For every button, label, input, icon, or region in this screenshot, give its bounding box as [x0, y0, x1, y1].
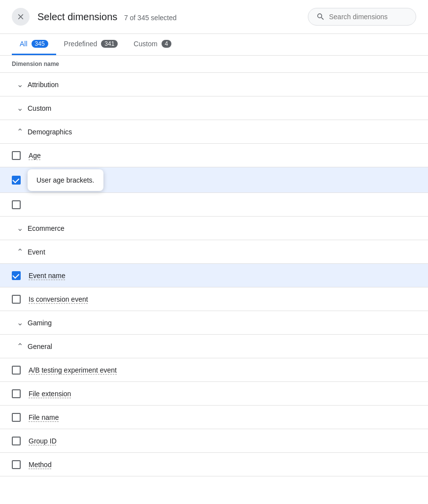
dialog-title: Select dimensions 7 of 345 selected	[37, 11, 300, 23]
category-ecommerce-label: Ecommerce	[28, 224, 65, 232]
checkbox-is-conversion-event[interactable]	[12, 295, 21, 304]
dialog-header: Select dimensions 7 of 345 selected	[0, 0, 428, 34]
checkbox-method[interactable]	[12, 460, 21, 469]
title-text: Select dimensions	[37, 11, 117, 22]
item-method[interactable]: Method	[0, 453, 428, 476]
tab-custom[interactable]: Custom 4	[126, 34, 179, 55]
checkbox-file-name[interactable]	[12, 413, 21, 422]
checkbox-demographics-3[interactable]	[12, 200, 21, 209]
chevron-down-icon: ⌄	[12, 100, 28, 116]
item-group-id[interactable]: Group ID	[0, 429, 428, 453]
item-age[interactable]: Age	[0, 144, 428, 167]
item-age-label: Age	[29, 152, 416, 159]
selected-count: 7 of 345 selected	[124, 14, 177, 22]
dimensions-list: ⌄ Attribution ⌄ Custom ⌃ Demographics Ag…	[0, 73, 428, 476]
tabs-bar: All 345 Predefined 341 Custom 4	[0, 34, 428, 56]
tab-all[interactable]: All 345	[12, 34, 56, 55]
item-file-name-label: File name	[29, 413, 416, 421]
category-gaming[interactable]: ⌄ Gaming	[0, 311, 428, 335]
tooltip-popup: User age brackets.	[28, 169, 103, 191]
category-ecommerce[interactable]: ⌄ Ecommerce	[0, 217, 428, 240]
tab-predefined-badge: 341	[101, 40, 118, 48]
column-header: Dimension name	[0, 56, 428, 73]
tab-custom-badge: 4	[162, 40, 172, 48]
item-is-conversion-event[interactable]: Is conversion event	[0, 287, 428, 311]
item-age-brackets[interactable]: User age brackets.	[0, 167, 428, 193]
item-ab-testing-label: A/B testing experiment event	[29, 366, 416, 374]
item-event-name[interactable]: Event name	[0, 264, 428, 287]
item-group-id-label: Group ID	[29, 437, 416, 445]
category-custom-label: Custom	[28, 104, 51, 112]
checkbox-ab-testing[interactable]	[12, 366, 21, 375]
close-icon	[16, 12, 25, 21]
category-gaming-label: Gaming	[28, 319, 52, 327]
search-container	[308, 8, 416, 26]
item-ab-testing[interactable]: A/B testing experiment event	[0, 358, 428, 382]
category-general-label: General	[28, 343, 52, 350]
tab-custom-label: Custom	[133, 40, 157, 48]
category-attribution-label: Attribution	[28, 81, 59, 89]
chevron-down-icon: ⌄	[12, 77, 28, 93]
chevron-down-icon: ⌄	[12, 315, 28, 331]
item-method-label: Method	[29, 461, 416, 469]
tab-all-badge: 345	[32, 40, 48, 48]
column-header-label: Dimension name	[12, 61, 59, 67]
category-event[interactable]: ⌃ Event	[0, 240, 428, 264]
checkbox-age[interactable]	[12, 151, 21, 160]
category-custom[interactable]: ⌄ Custom	[0, 96, 428, 120]
category-general[interactable]: ⌃ General	[0, 335, 428, 358]
close-button[interactable]	[12, 8, 30, 26]
item-file-name[interactable]: File name	[0, 406, 428, 429]
category-attribution[interactable]: ⌄ Attribution	[0, 73, 428, 96]
checkbox-age-brackets[interactable]	[12, 176, 21, 185]
tab-predefined-label: Predefined	[64, 40, 98, 48]
checkbox-event-name[interactable]	[12, 271, 21, 280]
item-event-name-label: Event name	[29, 272, 416, 280]
search-icon	[316, 12, 325, 21]
chevron-up-icon: ⌃	[12, 124, 28, 140]
category-event-label: Event	[28, 248, 45, 256]
tab-predefined[interactable]: Predefined 341	[56, 34, 126, 55]
chevron-down-icon: ⌄	[12, 220, 28, 236]
item-is-conversion-event-label: Is conversion event	[29, 295, 416, 303]
checkbox-group-id[interactable]	[12, 437, 21, 445]
chevron-up-icon: ⌃	[12, 339, 28, 354]
checkbox-file-extension[interactable]	[12, 389, 21, 398]
category-demographics[interactable]: ⌃ Demographics	[0, 120, 428, 144]
chevron-up-icon: ⌃	[12, 244, 28, 260]
item-file-extension-label: File extension	[29, 390, 416, 398]
item-file-extension[interactable]: File extension	[0, 382, 428, 406]
category-demographics-label: Demographics	[28, 128, 72, 136]
search-input[interactable]	[329, 13, 408, 21]
item-demographics-3[interactable]	[0, 193, 428, 217]
tab-all-label: All	[20, 40, 28, 48]
